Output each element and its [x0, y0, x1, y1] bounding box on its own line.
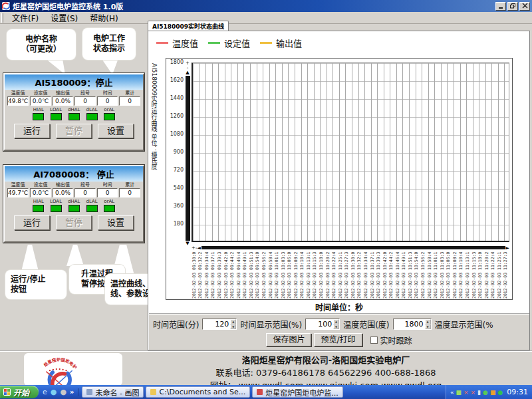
tray-icon[interactable]: ●: [497, 389, 503, 396]
callout-tail: [98, 59, 118, 74]
furnace-field: 时间 0: [97, 182, 118, 198]
horizontal-slider-thumb[interactable]: [201, 246, 505, 249]
x-tick: 2012-02-03 10:56:24: [420, 252, 427, 299]
system-tray: « ■ × × ▮ ● ■ ● 09:31: [446, 385, 532, 399]
spin-up-icon[interactable]: ▲: [333, 319, 339, 325]
x-tick-label: 2012-02-03 09:42:00: [223, 252, 229, 299]
quick-launch-icon[interactable]: e: [43, 388, 47, 396]
tray-icon[interactable]: ●: [483, 389, 488, 396]
run-button[interactable]: 运行: [14, 124, 50, 138]
task-button[interactable]: C:\Documents and Se...: [146, 386, 250, 398]
field-value: 49.8℃: [7, 96, 29, 106]
vertical-slider-thumb[interactable]: [186, 76, 190, 241]
alarm-indicator: LOAL: [50, 199, 62, 212]
minimize-button[interactable]: [495, 2, 506, 11]
x-tick: 2012-02-03 10:54:00: [414, 252, 421, 299]
x-tick-label: 2012-02-03 09:51:36: [249, 252, 254, 299]
tray-icon[interactable]: ■: [456, 389, 462, 396]
spin-down-icon[interactable]: ▼: [230, 325, 236, 330]
footer: 炬星窑炉国炬电炉 洛阳炬星窑炉有限公司-洛阳国炬实验电炉厂 联系电话: 0379…: [0, 350, 532, 385]
save-image-button[interactable]: 保存图片: [266, 333, 311, 346]
task-label: C:\Documents and Se...: [159, 388, 245, 396]
furnace-field: 段号 0: [74, 90, 96, 106]
task-button[interactable]: 未命名 - 画图: [82, 386, 144, 398]
horizontal-zoom-slider[interactable]: + - ◄ ►: [192, 245, 509, 251]
pause-button[interactable]: 暂停: [56, 215, 92, 230]
legend-swatch-icon: [260, 42, 272, 44]
quick-launch-icon[interactable]: ●: [60, 388, 66, 396]
preview-print-button[interactable]: 预览/打印: [314, 333, 362, 346]
spin-down-icon[interactable]: ▼: [425, 325, 431, 330]
settings-button[interactable]: 设置: [98, 124, 134, 138]
close-button[interactable]: [519, 2, 530, 11]
settings-button[interactable]: 设置: [98, 215, 134, 230]
x-tick: 2012-02-03 11:13:12: [465, 252, 471, 299]
task-icon: [150, 389, 156, 395]
run-button[interactable]: 运行: [14, 215, 50, 230]
start-button[interactable]: 开始: [0, 386, 39, 398]
field-value: 0.0℃: [30, 188, 51, 198]
x-tick-label: 2012-02-03 09:49:12: [242, 252, 247, 299]
x-tick-label: 2012-02-03 10:03:36: [281, 252, 286, 299]
chevron-more-icon[interactable]: »: [70, 388, 74, 396]
x-axis-unit-label: 时间单位：秒: [166, 301, 513, 313]
y-tick-label: 900: [167, 150, 184, 155]
realtime-track-checkbox[interactable]: [370, 336, 378, 344]
chart-panel: 温度值 设定值 输出值 AI5180009实时运行曲线 单位：摄氏度 1800: [148, 31, 530, 350]
vertical-zoom-slider[interactable]: + - ▲ ▼: [184, 61, 191, 246]
furnace-field: 输出值 0.0%: [53, 182, 74, 198]
time-display-label: 时间显示范围(%): [240, 319, 302, 330]
tray-icon[interactable]: ▮: [477, 389, 481, 396]
alarm-indicator: dHAL: [68, 199, 80, 212]
quick-launch-icon[interactable]: ●: [51, 388, 57, 396]
temp-range-spinner[interactable]: 1800 ▲ ▼: [393, 319, 432, 330]
spin-up-icon[interactable]: ▲: [230, 319, 236, 325]
furnace-2-title[interactable]: AI7080008： 停止: [5, 166, 143, 182]
menubar-grip: [1, 13, 3, 23]
callout-furnace-name: 电炉名称 （可更改）: [7, 29, 76, 60]
scroll-up-icon[interactable]: ▲: [186, 70, 189, 75]
alarm-lamp-icon: [68, 205, 80, 212]
menu-item[interactable]: 设置(S): [45, 11, 84, 24]
start-label: 开始: [13, 386, 29, 398]
time-range-spinner[interactable]: 120 ▲ ▼: [202, 319, 237, 330]
time-display-value[interactable]: 100: [306, 319, 333, 329]
tray-icon[interactable]: ■: [490, 389, 496, 396]
tray-chevron-icon[interactable]: «: [450, 389, 454, 396]
time-display-spinner[interactable]: 100 ▲ ▼: [305, 319, 340, 330]
chart-legend: 温度值 设定值 输出值: [156, 37, 307, 49]
restore-button[interactable]: [507, 2, 518, 11]
alarm-indicator: HIAL: [33, 199, 44, 212]
alarm-lamp-icon: [33, 113, 44, 120]
quick-launch: e ● ● »: [39, 388, 78, 396]
footer-text: 洛阳炬星窑炉有限公司-洛阳国炬实验电炉厂 联系电话: 0379-64186178…: [126, 353, 525, 385]
task-button[interactable]: 炬星窑炉国炬电炉监...: [252, 386, 343, 398]
scroll-left-icon[interactable]: ◄: [197, 245, 200, 251]
legend-label: 温度值: [172, 37, 198, 49]
callout-text: 电炉名称: [25, 35, 57, 45]
spin-up-icon[interactable]: ▲: [425, 319, 431, 325]
alarm-label: LOAL: [50, 107, 62, 112]
legend-label: 设定值: [224, 37, 250, 49]
menu-item[interactable]: 文件(F): [6, 11, 45, 24]
field-label: 时间: [97, 182, 118, 188]
pause-button[interactable]: 暂停: [56, 124, 92, 138]
x-tick-label: 2012-02-03 10:06:00: [287, 252, 292, 299]
field-value: 0.0%: [53, 96, 74, 106]
field-value: 49.7℃: [7, 188, 29, 198]
scroll-right-icon[interactable]: ►: [506, 245, 509, 251]
scroll-down-icon[interactable]: ▼: [186, 241, 189, 246]
alarm-lamp-icon: [51, 205, 62, 212]
contact-phone: 联系电话: 0379-64186178 64562296 400-688-186…: [126, 366, 525, 378]
x-tick: 2012-02-03 10:34:48: [363, 252, 370, 299]
tray-icon[interactable]: ×: [471, 389, 476, 396]
menu-item[interactable]: 帮助(H): [84, 11, 124, 24]
furnace-1-title[interactable]: AI5180009：停止: [5, 74, 143, 90]
x-tick-label: 2012-02-03 10:54:00: [414, 252, 419, 299]
time-range-value[interactable]: 120: [203, 319, 230, 329]
spin-down-icon[interactable]: ▼: [333, 325, 339, 330]
temp-range-value[interactable]: 1800: [394, 319, 425, 329]
tab-realtime-curve[interactable]: AI5180009实时状态曲线: [148, 21, 229, 31]
tray-icon[interactable]: ×: [464, 389, 469, 396]
x-tick-label: 2012-02-03 10:32:24: [356, 252, 362, 299]
